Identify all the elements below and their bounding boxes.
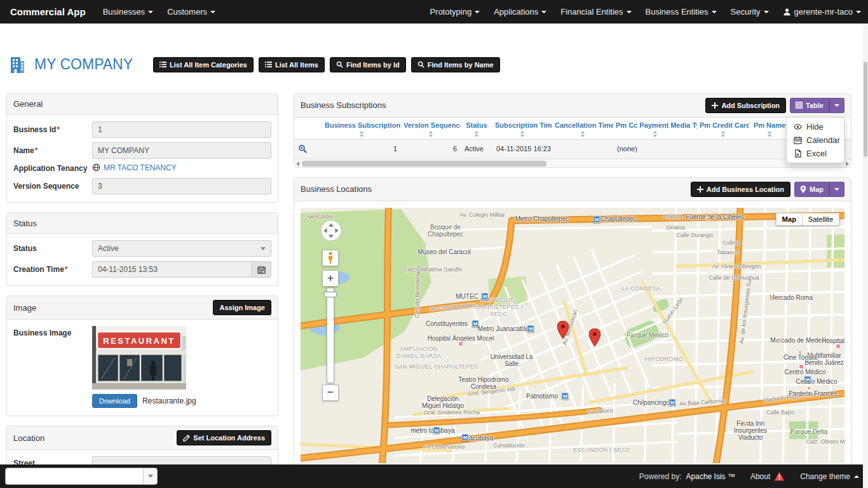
about-link[interactable]: About — [750, 471, 785, 481]
horizontal-scrollbar-thumb[interactable] — [302, 161, 546, 166]
zoom-out-button[interactable] — [322, 384, 339, 401]
panel-title: Business Subscriptions — [301, 100, 386, 110]
column-header[interactable]: Cancellation Time — [552, 118, 613, 140]
apache-isis-link[interactable]: Apache Isis ™ — [686, 472, 735, 481]
table-view-button[interactable]: Table — [790, 98, 829, 113]
cell-business-subscription-id: 1 — [322, 139, 401, 158]
warning-icon — [774, 471, 785, 481]
assign-image-button[interactable]: Assign Image — [213, 300, 271, 315]
sort-icon[interactable] — [555, 131, 611, 137]
building-icon — [8, 55, 27, 74]
zoom-in-button[interactable] — [322, 270, 339, 287]
sort-icon[interactable] — [616, 131, 695, 137]
metro-icon — [593, 215, 600, 222]
row-icon-column-header — [294, 118, 322, 140]
list-all-items-button[interactable]: List All Items — [259, 57, 325, 72]
chevron-up-icon — [854, 475, 859, 478]
metro-icon — [669, 398, 676, 405]
sort-icon[interactable] — [403, 131, 458, 137]
application-tenancy-link[interactable]: MR TACO TENANCY — [92, 163, 177, 172]
version-sequence-field[interactable] — [92, 178, 271, 194]
column-header[interactable]: Pm Credit Card — [697, 118, 749, 140]
nav-prototyping[interactable]: Prototyping — [423, 0, 487, 24]
list-icon — [159, 61, 166, 68]
table-view-caret-button[interactable] — [829, 98, 844, 113]
zoom-slider-track[interactable] — [327, 288, 334, 383]
map-type-map-button[interactable]: Map — [776, 213, 803, 226]
name-field[interactable] — [92, 142, 271, 159]
view-row-cell[interactable] — [294, 139, 322, 158]
nav-financial-entities[interactable]: Financial Entities — [553, 0, 638, 24]
nav-security[interactable]: Security — [724, 0, 776, 24]
nav-customers[interactable]: Customers — [160, 0, 222, 24]
page-scrollbar-thumb[interactable] — [864, 62, 867, 157]
theme-select-combobox[interactable] — [5, 468, 158, 485]
nav-business-entities[interactable]: Business Entities — [639, 0, 724, 24]
column-header[interactable]: Pm Cc Payment Media Type — [613, 118, 697, 140]
column-header[interactable]: Version Sequence — [401, 118, 461, 140]
sort-icon[interactable] — [700, 131, 747, 137]
chevron-down-icon — [210, 11, 215, 13]
add-business-location-button[interactable]: Add Business Location — [691, 182, 790, 197]
combobox-caret-button[interactable] — [143, 468, 157, 484]
map-type-satellite-button[interactable]: Satellite — [803, 213, 839, 226]
map-pin-icon — [800, 186, 806, 193]
sort-icon[interactable] — [495, 131, 550, 137]
business-location-pin[interactable] — [589, 329, 601, 346]
magnifier-view-icon[interactable] — [298, 144, 318, 154]
sort-icon[interactable] — [325, 131, 398, 137]
panel-title: Location — [13, 433, 44, 443]
menu-item-calendar[interactable]: Calendar — [787, 133, 844, 147]
app-brand[interactable]: Commercial App — [0, 0, 96, 24]
add-subscription-button[interactable]: Add Subscription — [705, 98, 786, 113]
nav-businesses[interactable]: Businesses — [96, 0, 160, 24]
business-locations-panel: Business Locations Add Business Location… — [294, 177, 851, 470]
nav-applications[interactable]: Applications — [487, 0, 553, 24]
column-header[interactable]: Subscription Time — [492, 118, 552, 140]
page-scrollbar[interactable] — [863, 24, 868, 488]
business-location-pin[interactable] — [557, 321, 569, 339]
metro-icon — [804, 376, 811, 383]
set-location-address-button[interactable]: Set Location Address — [177, 430, 271, 445]
sort-icon[interactable] — [463, 131, 490, 137]
panel-title: Image — [13, 303, 36, 313]
column-header[interactable]: Status — [461, 118, 492, 140]
scroll-right-arrow[interactable] — [846, 161, 849, 166]
nav-user-menu[interactable]: gerente-mr-taco — [776, 0, 868, 24]
chevron-down-icon — [834, 188, 839, 191]
name-label: Name — [13, 146, 92, 155]
menu-item-excel[interactable]: Excel — [787, 147, 844, 160]
map-view-button[interactable]: Map — [794, 182, 829, 197]
creation-time-field[interactable] — [92, 261, 252, 278]
download-button[interactable]: Download — [92, 394, 137, 408]
find-items-by-name-button[interactable]: Find Items by Name — [411, 57, 500, 72]
calendar-icon — [257, 266, 266, 274]
menu-item-hide[interactable]: Hide — [787, 120, 844, 133]
sort-icon[interactable] — [752, 131, 787, 137]
map-view-caret-button[interactable] — [829, 182, 844, 197]
column-header[interactable]: Business Subscription Id — [322, 118, 401, 140]
application-tenancy-label: Application Tenancy — [13, 164, 92, 173]
zoom-slider-thumb[interactable] — [324, 292, 337, 297]
hospital-marker — [458, 341, 463, 346]
calendar-addon-button[interactable] — [252, 261, 271, 278]
horizontal-scrollbar[interactable] — [294, 159, 851, 167]
map-pan-control[interactable] — [320, 219, 342, 242]
metro-icon — [433, 426, 440, 433]
google-map[interactable]: Alencastre Av. Colegio Militar Metro Cha… — [301, 208, 844, 463]
cell-subscription-time: 04-11-2015 16:23 — [492, 139, 552, 158]
plus-icon — [712, 102, 718, 109]
metro-icon — [462, 433, 469, 440]
scroll-left-arrow[interactable] — [296, 161, 299, 166]
change-theme-link[interactable]: Change theme — [800, 472, 859, 481]
powered-by-label: Powered by: — [639, 472, 682, 481]
business-id-field[interactable] — [92, 121, 271, 138]
status-select[interactable]: Active — [92, 240, 271, 257]
version-sequence-label: Version Sequence — [13, 182, 92, 191]
pegman-control[interactable] — [322, 250, 339, 266]
plus-icon — [697, 186, 703, 193]
list-all-item-categories-button[interactable]: List All Item Categories — [153, 57, 254, 72]
table-row[interactable]: 1 6 Active 04-11-2015 16:23 (none) — [294, 139, 851, 158]
find-items-by-id-button[interactable]: Find Items by Id — [330, 57, 406, 72]
column-header[interactable]: Pm Name — [749, 118, 790, 140]
